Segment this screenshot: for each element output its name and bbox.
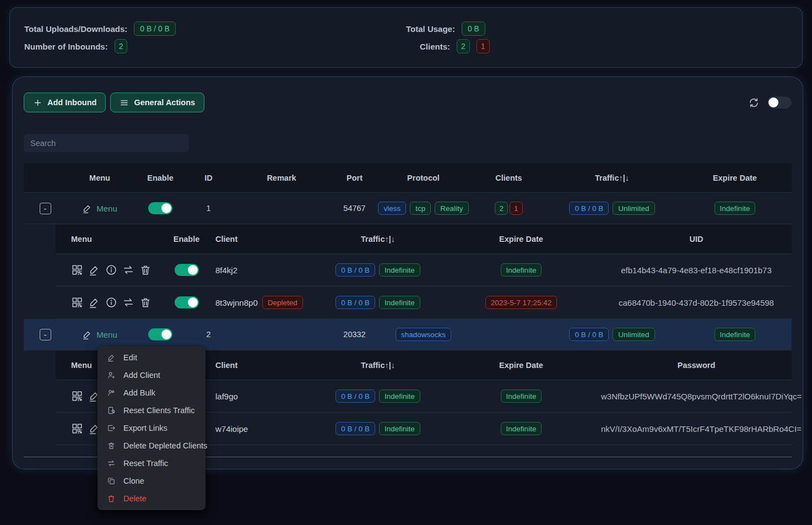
traffic-badge: 0 B / 0 B bbox=[335, 422, 375, 435]
enable-toggle[interactable] bbox=[175, 264, 199, 276]
expire-badge: Indefinite bbox=[501, 422, 542, 435]
general-actions-button[interactable]: General Actions bbox=[110, 93, 204, 112]
inbound-port: 54767 bbox=[334, 193, 375, 224]
menu-item-add-client[interactable]: Add Client bbox=[98, 366, 205, 384]
header-traffic-sort[interactable]: Traffic↑|↓ bbox=[546, 163, 678, 192]
menu-item-label: Clone bbox=[123, 477, 144, 485]
header-expire-date: Expire Date bbox=[678, 163, 792, 192]
header-remark: Remark bbox=[229, 163, 334, 192]
header-clients: Clients bbox=[472, 163, 546, 192]
menu-item-add-bulk[interactable]: Add Bulk bbox=[98, 384, 205, 402]
total-uploads-value: 0 B / 0 B bbox=[134, 21, 176, 36]
edit-icon bbox=[82, 203, 93, 214]
client-uid: ca68470b-1940-437d-802b-1f9573e94598 bbox=[619, 298, 774, 307]
header-id: ID bbox=[188, 163, 229, 192]
info-icon[interactable] bbox=[105, 296, 117, 308]
inbounds-panel: Add Inbound General Actions Men bbox=[12, 77, 803, 469]
reset-traffic-icon[interactable] bbox=[122, 296, 134, 308]
header-client: Client bbox=[215, 224, 315, 253]
client-table-1: Menu Enable Client Traffic↑|↓ Expire Dat… bbox=[56, 224, 792, 319]
client-password: nkV/I/3XoAm9v6xMT/T5IcrF4TpeTKF98rHARbRo… bbox=[601, 424, 802, 434]
reset-traffic-icon bbox=[107, 459, 116, 468]
expire-badge: Indefinite bbox=[501, 389, 542, 403]
quota-badge: Indefinite bbox=[379, 422, 420, 435]
clients-depleted-badge: 1 bbox=[510, 202, 523, 215]
inbounds-table: Menu Enable ID Remark Port Protocol Clie… bbox=[24, 163, 792, 457]
header-enable: Enable bbox=[158, 224, 215, 253]
edit-icon[interactable] bbox=[88, 264, 100, 276]
total-usage-value: 0 B bbox=[462, 21, 485, 36]
quota-badge: Indefinite bbox=[379, 389, 420, 403]
expire-badge: 2023-5-7 17:25:42 bbox=[485, 296, 557, 309]
client-name: 8t3wjnn8p0 bbox=[215, 298, 258, 307]
stats-card: Total Uploads/Downloads: 0 B / 0 B Numbe… bbox=[9, 7, 803, 68]
add-client-icon bbox=[107, 371, 116, 380]
menu-item-clone[interactable]: Clone bbox=[98, 472, 205, 490]
edit-icon bbox=[107, 353, 116, 362]
inbound-menu-button[interactable]: Menu bbox=[82, 203, 117, 214]
refresh-icon[interactable] bbox=[748, 97, 760, 109]
header-protocol: Protocol bbox=[375, 163, 472, 192]
total-usage-label: Total Usage: bbox=[406, 24, 455, 34]
reset-traffic-icon[interactable] bbox=[122, 264, 134, 276]
header-expire-date: Expire Date bbox=[441, 350, 601, 380]
enable-toggle[interactable] bbox=[148, 328, 172, 340]
qr-code-icon[interactable] bbox=[71, 423, 83, 435]
clients-count-label: Clients: bbox=[406, 42, 450, 51]
header-traffic-sort[interactable]: Traffic↑|↓ bbox=[315, 350, 441, 380]
trash-icon[interactable] bbox=[139, 264, 151, 276]
menu-item-label: Delete Depleted Clients bbox=[123, 441, 207, 450]
traffic-badge: 0 B / 0 B bbox=[335, 296, 375, 309]
info-icon[interactable] bbox=[105, 264, 117, 276]
menu-item-export-links[interactable]: Export Links bbox=[98, 419, 205, 437]
qr-code-icon[interactable] bbox=[71, 264, 83, 276]
trash-icon[interactable] bbox=[139, 296, 151, 308]
collapse-row-button[interactable]: - bbox=[40, 203, 51, 214]
depleted-status-badge: Depleted bbox=[262, 296, 303, 309]
edit-icon bbox=[82, 329, 93, 340]
header-password: Password bbox=[601, 350, 792, 380]
client-name: 8f4kj2 bbox=[215, 266, 237, 275]
menu-item-label: Reset Traffic bbox=[123, 459, 168, 468]
dark-mode-toggle[interactable] bbox=[767, 96, 792, 109]
qr-code-icon[interactable] bbox=[71, 390, 83, 402]
menu-item-delete[interactable]: Delete bbox=[98, 490, 205, 507]
delete-icon bbox=[107, 494, 116, 503]
header-expand bbox=[24, 163, 67, 192]
protocol-badge: shadowsocks bbox=[396, 328, 451, 341]
stats-left-column: Total Uploads/Downloads: 0 B / 0 B Numbe… bbox=[24, 21, 406, 54]
header-uid: UID bbox=[601, 224, 792, 253]
inbound-remark bbox=[229, 319, 334, 350]
edit-icon[interactable] bbox=[88, 296, 100, 308]
clients-depleted-badge: 1 bbox=[477, 39, 490, 53]
menu-item-label: Export Links bbox=[123, 424, 167, 432]
menu-item-label: Add Bulk bbox=[123, 388, 155, 397]
inbound-table-header: Menu Enable ID Remark Port Protocol Clie… bbox=[24, 163, 792, 193]
quota-badge: Unlimited bbox=[613, 328, 654, 341]
expire-badge: Indefinite bbox=[501, 263, 542, 277]
total-uploads-label: Total Uploads/Downloads: bbox=[24, 24, 127, 34]
collapse-row-button[interactable]: - bbox=[40, 329, 51, 340]
header-enable: Enable bbox=[133, 163, 188, 192]
add-bulk-icon bbox=[107, 388, 116, 397]
inbound-row-1: - Menu 1 54767 vless tcp Reality bbox=[24, 193, 792, 224]
search-input[interactable] bbox=[24, 134, 189, 152]
add-inbound-button[interactable]: Add Inbound bbox=[24, 93, 106, 112]
expire-badge: Indefinite bbox=[714, 202, 756, 215]
quota-badge: Unlimited bbox=[613, 202, 654, 215]
menu-item-reset-traffic[interactable]: Reset Traffic bbox=[98, 454, 205, 472]
inbound-remark bbox=[229, 193, 334, 224]
header-traffic-sort[interactable]: Traffic↑|↓ bbox=[315, 224, 441, 253]
client-password: w3NfbzUPf5WWd745Q8pvsmQrdrttT2lO6knuI7Di… bbox=[601, 392, 802, 401]
inbounds-count-label: Number of Inbounds: bbox=[24, 42, 108, 51]
menu-item-label: Reset Clients Traffic bbox=[123, 406, 194, 415]
enable-toggle[interactable] bbox=[148, 202, 172, 214]
traffic-badge: 0 B / 0 B bbox=[335, 263, 375, 277]
qr-code-icon[interactable] bbox=[71, 296, 83, 308]
inbound-context-menu: Edit Add Client Add Bulk Reset Clients T… bbox=[98, 346, 205, 510]
menu-item-edit[interactable]: Edit bbox=[98, 349, 205, 366]
menu-item-delete-depleted-clients[interactable]: Delete Depleted Clients bbox=[98, 437, 205, 454]
menu-item-reset-clients-traffic[interactable]: Reset Clients Traffic bbox=[98, 402, 205, 419]
inbound-menu-button[interactable]: Menu bbox=[82, 329, 117, 340]
enable-toggle[interactable] bbox=[175, 296, 199, 308]
